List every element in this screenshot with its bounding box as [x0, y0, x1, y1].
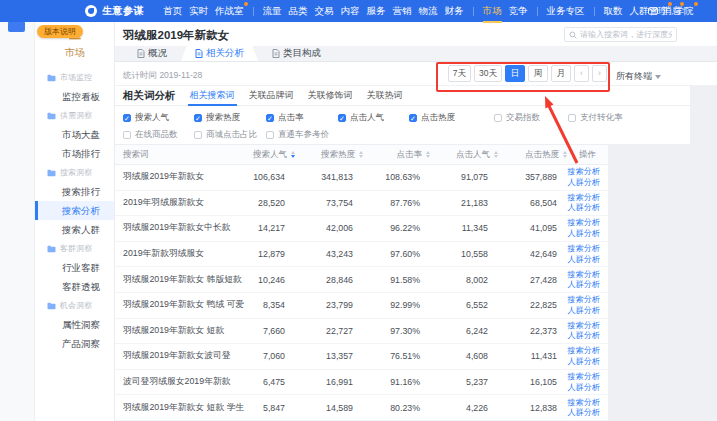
action-link[interactable]: 人群分析: [567, 306, 600, 316]
sidebar-item[interactable]: 搜索人群: [35, 220, 114, 239]
version-tooltip[interactable]: 版本说明: [37, 25, 83, 38]
nav-item[interactable]: 业务专区: [546, 5, 586, 18]
action-link[interactable]: 人群分析: [567, 280, 600, 290]
sidebar-item[interactable]: 属性洞察: [35, 315, 114, 334]
sidebar-item[interactable]: 监控看板: [35, 87, 114, 106]
metric-option[interactable]: ✓搜索热度: [194, 112, 266, 124]
nav-item[interactable]: 首页: [162, 5, 183, 18]
sidebar-item[interactable]: 搜索排行: [35, 182, 114, 201]
nav-message[interactable]: 消息: [648, 0, 681, 22]
sort-icon[interactable]: [359, 151, 363, 158]
search-box[interactable]: [564, 27, 677, 42]
terminal-dropdown[interactable]: 所有终端: [616, 70, 661, 83]
sidebar-item[interactable]: 搜索分析: [35, 201, 114, 220]
nav-item[interactable]: 市场: [482, 5, 503, 18]
metric-label: 直通车参考价: [278, 129, 329, 141]
document-icon: [195, 49, 203, 58]
action-link[interactable]: 搜索分析: [567, 295, 600, 305]
value-cell: 68,504: [530, 198, 557, 208]
checkbox[interactable]: [568, 114, 576, 122]
column-header[interactable]: 点击人气: [456, 145, 498, 164]
action-link[interactable]: 人群分析: [567, 331, 600, 341]
sort-icon[interactable]: [563, 151, 567, 158]
nav-item[interactable]: 财务: [444, 5, 465, 18]
checkbox[interactable]: ✓: [123, 114, 131, 122]
sidebar-item[interactable]: 市场大盘: [35, 125, 114, 144]
nav-item[interactable]: 内容: [340, 5, 361, 18]
action-link[interactable]: 搜索分析: [567, 218, 600, 228]
keyword-cell: 羽绒服2019年新款女波司登: [123, 350, 231, 362]
column-header[interactable]: 点击热度: [525, 145, 567, 164]
nav-item[interactable]: 营销: [392, 5, 413, 18]
action-link[interactable]: 人群分析: [567, 357, 600, 367]
period-button[interactable]: ‹: [574, 65, 589, 82]
checkbox[interactable]: ✓: [266, 114, 274, 122]
column-header[interactable]: 搜索人气: [253, 145, 295, 164]
sidebar-item[interactable]: 产品洞察: [35, 334, 114, 353]
column-header[interactable]: 搜索热度: [321, 145, 363, 164]
nav-item[interactable]: 交易: [314, 5, 335, 18]
checkbox[interactable]: [123, 131, 131, 139]
sidebar-item[interactable]: 客群透视: [35, 277, 114, 296]
sort-icon[interactable]: [494, 151, 498, 158]
action-link[interactable]: 搜索分析: [567, 167, 600, 177]
version-widget-icon[interactable]: [8, 21, 25, 32]
metric-option[interactable]: ✓点击热度: [409, 112, 494, 124]
metric-option[interactable]: 商城点击占比: [194, 129, 266, 141]
action-link[interactable]: 搜索分析: [567, 321, 600, 331]
action-link[interactable]: 搜索分析: [567, 346, 600, 356]
metric-option[interactable]: 交易指数: [494, 112, 568, 124]
action-link[interactable]: 人群分析: [567, 178, 600, 188]
action-link[interactable]: 搜索分析: [567, 193, 600, 203]
action-link[interactable]: 人群分析: [567, 203, 600, 213]
metric-option[interactable]: ✓点击人气: [338, 112, 409, 124]
nav-item[interactable]: 服务: [366, 5, 387, 18]
period-button[interactable]: 7天: [448, 65, 471, 82]
sort-icon[interactable]: [291, 151, 295, 158]
checkbox[interactable]: ✓: [409, 114, 417, 122]
panel-tab[interactable]: 相关搜索词: [190, 86, 235, 105]
metric-option[interactable]: ✓搜索人气: [123, 112, 194, 124]
sidebar-item[interactable]: 市场排行: [35, 144, 114, 163]
action-link[interactable]: 搜索分析: [567, 398, 600, 408]
search-input[interactable]: [580, 30, 672, 39]
action-link[interactable]: 搜索分析: [567, 244, 600, 254]
nav-item[interactable]: 实时: [188, 5, 209, 18]
action-link[interactable]: 搜索分析: [567, 372, 600, 382]
tab[interactable]: 类目构成: [258, 45, 335, 61]
period-button[interactable]: 日: [505, 65, 525, 82]
checkbox[interactable]: [266, 131, 274, 139]
nav-item[interactable]: 品类: [288, 5, 309, 18]
app-logo[interactable]: 生意参谋: [85, 4, 144, 18]
action-link[interactable]: 人群分析: [567, 383, 600, 393]
checkbox[interactable]: [494, 114, 502, 122]
checkbox[interactable]: ✓: [338, 114, 346, 122]
action-link[interactable]: 搜索分析: [567, 270, 600, 280]
period-button[interactable]: ›: [592, 65, 607, 82]
panel-tab[interactable]: 关联修饰词: [308, 86, 353, 105]
period-button[interactable]: 月: [551, 65, 571, 82]
period-button[interactable]: 30天: [474, 65, 502, 82]
nav-item[interactable]: 物流: [418, 5, 439, 18]
checkbox[interactable]: ✓: [194, 114, 202, 122]
sidebar-item[interactable]: 行业客群: [35, 258, 114, 277]
metric-option[interactable]: 支付转化率: [568, 112, 623, 124]
action-link[interactable]: 人群分析: [567, 229, 600, 239]
tab[interactable]: 相关分析: [181, 45, 258, 61]
sort-icon[interactable]: [426, 151, 430, 158]
nav-item[interactable]: 取数: [603, 5, 624, 18]
panel-tab[interactable]: 关联热词: [367, 86, 403, 105]
metric-option[interactable]: 在线商品数: [123, 129, 194, 141]
metric-option[interactable]: 直通车参考价: [266, 129, 338, 141]
nav-item[interactable]: 流量: [262, 5, 283, 18]
action-link[interactable]: 人群分析: [567, 255, 600, 265]
column-header[interactable]: 点击率: [397, 145, 431, 164]
metric-option[interactable]: ✓点击率: [266, 112, 338, 124]
action-link[interactable]: 人群分析: [567, 408, 600, 418]
panel-tab[interactable]: 关联品牌词: [249, 86, 294, 105]
tab[interactable]: 概况: [123, 45, 181, 61]
nav-item[interactable]: 作战室: [214, 5, 245, 18]
period-button[interactable]: 周: [528, 65, 548, 82]
nav-item[interactable]: 竞争: [508, 5, 529, 18]
checkbox[interactable]: [194, 131, 202, 139]
